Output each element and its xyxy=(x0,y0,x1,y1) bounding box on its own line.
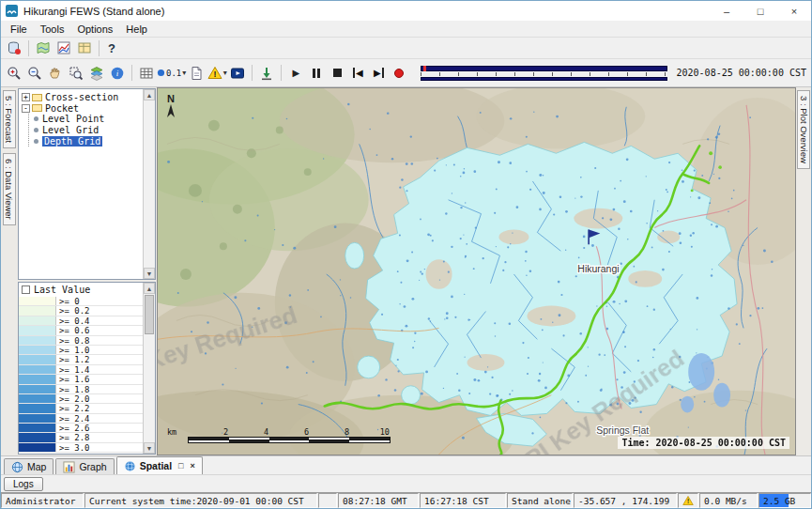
time-slider[interactable] xyxy=(421,66,666,81)
tree-children: Level Point Level Grid Depth Grid xyxy=(28,114,142,147)
legend-row: >= 0.2 xyxy=(19,306,143,316)
help-button[interactable]: ? xyxy=(103,41,120,55)
tree-scrollbar[interactable]: ▲ ▼ xyxy=(143,89,155,279)
tab-label: Map xyxy=(27,461,46,472)
menu-help[interactable]: Help xyxy=(119,23,154,35)
menu-file[interactable]: File xyxy=(4,23,34,35)
scroll-up-icon[interactable]: ▲ xyxy=(144,283,155,294)
legend-row: >= 1.6 xyxy=(19,375,143,384)
chevron-down-icon: ▾ xyxy=(223,69,227,77)
title-bar: Hikurangi FEWS (Stand alone) – □ × xyxy=(1,1,811,21)
legend-row: >= 2.2 xyxy=(19,404,143,413)
spatial-sidebar: + Cross-section - Pocket Level Point xyxy=(17,87,157,455)
info-icon[interactable]: i xyxy=(107,63,128,83)
status-mode: Stand alone xyxy=(507,493,573,508)
close-button[interactable]: × xyxy=(777,1,811,21)
scale-tick-label: 8 xyxy=(309,427,349,437)
maximize-button[interactable]: □ xyxy=(743,1,777,21)
play-button[interactable]: ▶ xyxy=(285,63,306,83)
legend-threshold-label: >= 2.4 xyxy=(56,414,90,423)
zoom-out-icon[interactable] xyxy=(24,63,45,83)
step-back-button[interactable]: ◀ xyxy=(347,63,368,83)
map-display-icon[interactable] xyxy=(33,39,54,58)
status-download-speed: 0.0 MB/s xyxy=(699,493,758,508)
tree-item-label: Pocket xyxy=(45,103,79,114)
tree-item-label: Level Point xyxy=(42,114,104,124)
scroll-down-icon[interactable]: ▼ xyxy=(144,268,155,279)
grid-view-icon[interactable] xyxy=(74,39,95,58)
legend-color-swatch xyxy=(19,424,56,432)
tab-plot-overview[interactable]: 3 : Plot Overview xyxy=(797,90,810,169)
toolbar-separator xyxy=(252,65,253,81)
tree-item-label-selected: Depth Grid xyxy=(42,136,102,147)
restore-view-icon[interactable]: □ xyxy=(178,461,183,470)
tab-forecast[interactable]: 5 : Forecast xyxy=(3,90,16,148)
map-canvas[interactable]: Hikurangi Springs Flat API Key Required … xyxy=(158,88,795,455)
svg-text:!: ! xyxy=(213,69,216,79)
animation-display-icon[interactable] xyxy=(227,63,248,83)
grid-display-icon[interactable] xyxy=(136,63,157,83)
report-document-icon[interactable] xyxy=(186,63,207,83)
tree-item-pocket[interactable]: - Pocket xyxy=(21,103,142,115)
threshold-dropdown[interactable]: 0.1 ▾ xyxy=(157,63,186,83)
legend-row: >= 2.0 xyxy=(19,394,143,404)
status-warning-cell[interactable]: ! xyxy=(678,493,698,508)
layers-icon[interactable] xyxy=(86,63,107,83)
tree-item-cross-section[interactable]: + Cross-section xyxy=(21,92,142,103)
menu-options[interactable]: Options xyxy=(70,23,119,35)
legend-header: Last Value xyxy=(19,283,143,297)
legend-row: >= 1.4 xyxy=(19,365,143,375)
sphere-icon xyxy=(124,460,136,472)
right-dock-strip: 3 : Plot Overview xyxy=(796,87,811,455)
legend-row: >= 0.8 xyxy=(19,336,143,346)
tree-item-depth-grid[interactable]: Depth Grid xyxy=(32,135,142,147)
tab-map[interactable]: Map xyxy=(4,458,54,474)
map-viewport[interactable]: Hikurangi Springs Flat API Key Required … xyxy=(157,87,796,455)
menu-tools[interactable]: Tools xyxy=(34,23,71,35)
tree-item-level-point[interactable]: Level Point xyxy=(32,114,142,125)
legend-threshold-label: >= 2.0 xyxy=(56,394,90,403)
zoom-region-icon[interactable] xyxy=(66,63,86,83)
minimize-button[interactable]: – xyxy=(710,1,743,21)
time-series-icon[interactable] xyxy=(54,39,74,58)
zoom-in-icon[interactable] xyxy=(4,63,24,83)
window-title: Hikurangi FEWS (Stand alone) xyxy=(23,6,164,17)
layer-tree-panel: + Cross-section - Pocket Level Point xyxy=(18,88,156,280)
tab-spatial[interactable]: Spatial □ × xyxy=(116,456,203,474)
time-cursor[interactable] xyxy=(423,66,426,71)
threshold-dot-icon xyxy=(157,69,165,77)
export-download-icon[interactable] xyxy=(256,63,277,83)
scale-bar: km 2 4 6 8 10 xyxy=(167,427,391,443)
record-button[interactable] xyxy=(389,63,409,83)
close-view-icon[interactable]: × xyxy=(191,461,195,470)
expander-icon[interactable]: - xyxy=(22,104,30,113)
database-icon[interactable] xyxy=(4,39,24,58)
pan-hand-icon[interactable] xyxy=(45,63,66,83)
pause-icon xyxy=(313,69,320,78)
warning-icon: ! xyxy=(207,66,222,80)
legend-color-swatch xyxy=(19,336,56,345)
pause-button[interactable] xyxy=(306,63,327,83)
step-forward-button[interactable]: ▶ xyxy=(368,63,389,83)
tab-graph[interactable]: Graph xyxy=(55,458,114,474)
legend-threshold-label: >= 0.8 xyxy=(56,336,90,345)
stop-button[interactable] xyxy=(327,63,347,83)
legend-threshold-label: >= 0 xyxy=(56,297,80,305)
expander-icon[interactable]: + xyxy=(22,93,30,101)
scroll-down-icon[interactable]: ▼ xyxy=(144,442,155,454)
scroll-up-icon[interactable]: ▲ xyxy=(144,89,155,100)
last-value-checkbox[interactable] xyxy=(22,285,30,294)
view-tab-bar: Map Graph Spatial □ × xyxy=(1,455,811,474)
warning-dropdown[interactable]: ! ▾ xyxy=(207,63,227,83)
scale-unit-label: km xyxy=(167,427,188,437)
legend-threshold-label: >= 0.6 xyxy=(56,326,90,334)
legend-scrollbar[interactable]: ▲ ▼ xyxy=(143,283,155,454)
tree-item-level-grid[interactable]: Level Grid xyxy=(32,125,142,136)
tab-data-viewer[interactable]: 6 : Data Viewer xyxy=(3,153,16,225)
legend-row: >= 2.8 xyxy=(19,433,143,442)
time-slider-track[interactable] xyxy=(421,66,666,71)
scroll-thumb[interactable] xyxy=(145,295,154,334)
legend-threshold-label: >= 2.6 xyxy=(56,424,90,432)
time-slider-track-secondary[interactable] xyxy=(421,77,666,81)
logs-button[interactable]: Logs xyxy=(4,477,43,491)
